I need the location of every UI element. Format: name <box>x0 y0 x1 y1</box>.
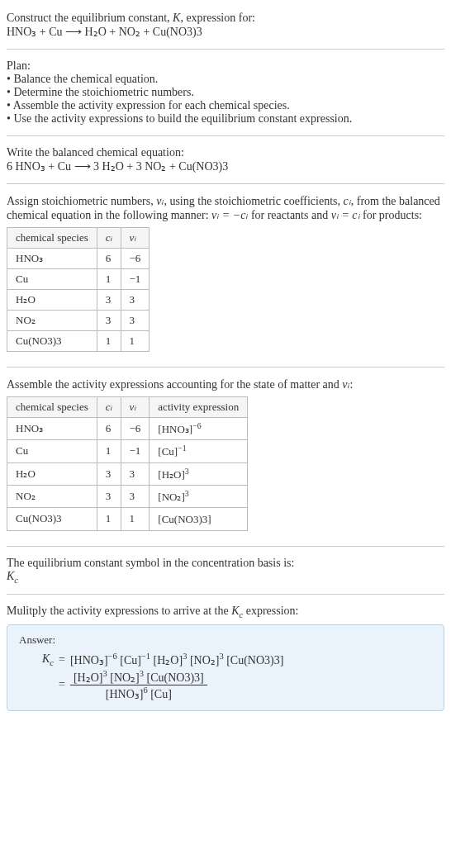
stoich-text-e: for products: <box>360 209 422 221</box>
stoich-text-a: Assign stoichiometric numbers, <box>7 195 156 207</box>
act-exp: −6 <box>192 421 201 430</box>
table-row: H₂O33[H₂O]3 <box>7 462 248 485</box>
cell: NO₂ <box>7 311 97 331</box>
col-ci: cᵢ <box>97 397 121 418</box>
divider <box>7 546 444 547</box>
stoich-ci: cᵢ <box>344 195 351 207</box>
table-row: Cu1−1[Cu]−1 <box>7 440 248 462</box>
col-nu: νᵢ <box>121 397 150 418</box>
symbol-section: The equilibrium constant symbol in the c… <box>7 552 444 590</box>
cell: 3 <box>121 462 150 485</box>
col-species: chemical species <box>7 397 97 418</box>
stoich-text: Assign stoichiometric numbers, νᵢ, using… <box>7 194 444 222</box>
answer-fraction: [H₂O]3 [NO₂]3 [Cu(NO3)3] [HNO₃]6 [Cu] <box>70 669 207 700</box>
cell: [NO₂]3 <box>150 485 248 507</box>
table-row: Cu(NO3)311 <box>7 331 150 352</box>
col-species: chemical species <box>7 228 97 249</box>
activity-nu: νᵢ <box>342 378 349 391</box>
plan-item: • Determine the stoichiometric numbers. <box>7 86 444 99</box>
cell: −6 <box>121 249 150 269</box>
kc-base: K <box>231 605 239 617</box>
cell: NO₂ <box>7 485 97 507</box>
cell: 1 <box>121 331 150 352</box>
cell: 3 <box>121 311 150 331</box>
act-base: [H₂O] <box>158 468 184 481</box>
cell: 6 <box>97 249 121 269</box>
activity-section: Assemble the activity expressions accoun… <box>7 372 444 541</box>
answer-equation: Kc = [HNO₃]−6 [Cu]−1 [H₂O]3 [NO₂]3 [Cu(N… <box>19 652 432 700</box>
balanced-heading: Write the balanced chemical equation: <box>7 146 444 159</box>
table-row: Cu1−1 <box>7 269 150 290</box>
act-exp: 3 <box>185 489 189 498</box>
cell: 3 <box>97 311 121 331</box>
intro-K: K <box>173 12 180 24</box>
multiply-b: expression: <box>243 605 298 617</box>
table-row: NO₂33[NO₂]3 <box>7 485 248 507</box>
cell: −6 <box>121 418 150 440</box>
cell: 3 <box>97 462 121 485</box>
plan-heading: Plan: <box>7 59 444 73</box>
table-header-row: chemical species cᵢ νᵢ activity expressi… <box>7 397 248 418</box>
cell: 1 <box>97 269 121 290</box>
cell: [HNO₃]−6 <box>150 418 248 440</box>
divider <box>7 135 444 136</box>
intro-equation: HNO₃ + Cu ⟶ H₂O + NO₂ + Cu(NO3)3 <box>7 25 444 39</box>
plan-section: Plan: • Balance the chemical equation. •… <box>7 55 444 130</box>
answer-line2: Kc = [H₂O]3 [NO₂]3 [Cu(NO3)3] [HNO₃]6 [C… <box>42 669 432 700</box>
answer-product: [HNO₃]−6 [Cu]−1 [H₂O]3 [NO₂]3 [Cu(NO3)3] <box>70 652 283 667</box>
cell: 1 <box>121 508 150 530</box>
table-row: HNO₃6−6 <box>7 249 150 269</box>
cell: Cu <box>7 440 97 462</box>
multiply-text: Mulitply the activity expressions to arr… <box>7 605 444 619</box>
cell: 1 <box>97 440 121 462</box>
stoich-text-b: , using the stoichiometric coefficients, <box>164 195 343 207</box>
fraction-numerator: [H₂O]3 [NO₂]3 [Cu(NO3)3] <box>70 669 207 685</box>
kc-base: K <box>7 570 14 582</box>
cell: 3 <box>97 485 121 507</box>
cell: HNO₃ <box>7 249 97 269</box>
divider <box>7 594 444 595</box>
symbol-kc: Kc <box>7 570 444 585</box>
act-exp: −1 <box>178 443 186 453</box>
multiply-kc: Kc <box>231 605 243 617</box>
plan-item: • Assemble the activity expression for e… <box>7 99 444 112</box>
act-exp: 3 <box>185 467 189 476</box>
act-base: [NO₂] <box>158 491 184 503</box>
intro-a: Construct the equilibrium constant, <box>7 12 173 24</box>
cell: H₂O <box>7 462 97 485</box>
eq-sign: = <box>59 678 65 691</box>
kc-base: K <box>42 652 50 665</box>
cell: −1 <box>121 440 150 462</box>
table-row: HNO₃6−6[HNO₃]−6 <box>7 418 248 440</box>
cell: H₂O <box>7 290 97 311</box>
multiply-section: Mulitply the activity expressions to arr… <box>7 600 444 716</box>
table-row: H₂O33 <box>7 290 150 311</box>
answer-box: Answer: Kc = [HNO₃]−6 [Cu]−1 [H₂O]3 [NO₂… <box>7 624 444 711</box>
cell: 1 <box>97 508 121 530</box>
kc-sub: c <box>50 657 54 666</box>
cell: Cu(NO3)3 <box>7 508 97 530</box>
kc-sub: c <box>14 575 18 584</box>
stoich-text-d: for reactants and <box>248 209 330 221</box>
table-row: Cu(NO3)311[Cu(NO3)3] <box>7 508 248 530</box>
cell: [Cu(NO3)3] <box>150 508 248 530</box>
answer-line1: Kc = [HNO₃]−6 [Cu]−1 [H₂O]3 [NO₂]3 [Cu(N… <box>42 652 432 667</box>
intro-b: , expression for: <box>180 12 255 24</box>
stoich-table: chemical species cᵢ νᵢ HNO₃6−6 Cu1−1 H₂O… <box>7 227 150 352</box>
cell: 6 <box>97 418 121 440</box>
act-base: [Cu] <box>158 446 178 458</box>
plan-item: • Use the activity expressions to build … <box>7 112 444 126</box>
cell: HNO₃ <box>7 418 97 440</box>
col-activity: activity expression <box>150 397 248 418</box>
symbol-text: The equilibrium constant symbol in the c… <box>7 557 444 570</box>
activity-text: Assemble the activity expressions accoun… <box>7 377 444 391</box>
answer-label: Answer: <box>19 633 432 647</box>
eq-sign: = <box>59 653 65 666</box>
balanced-equation: 6 HNO₃ + Cu ⟶ 3 H₂O + 3 NO₂ + Cu(NO3)3 <box>7 159 444 173</box>
cell: 1 <box>97 331 121 352</box>
multiply-a: Mulitply the activity expressions to arr… <box>7 605 231 617</box>
intro-text: Construct the equilibrium constant, K, e… <box>7 12 444 25</box>
table-row: NO₂33 <box>7 311 150 331</box>
stoich-rel2: νᵢ = cᵢ <box>331 209 360 221</box>
cell: Cu <box>7 269 97 290</box>
